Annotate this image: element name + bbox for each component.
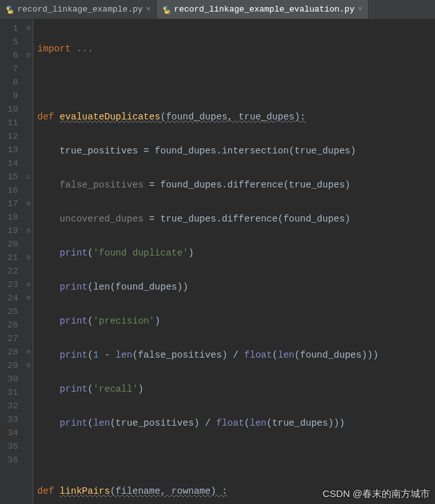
close-icon[interactable]: ×: [358, 4, 363, 14]
code-line: print(1 - len(false_positives) / float(l…: [37, 349, 435, 362]
code-line: true_positives = found_dupes.intersectio…: [37, 144, 435, 158]
watermark: CSDN @春末的南方城市: [323, 488, 430, 500]
tab-label: record_linkage_example_evaluation.py: [174, 4, 355, 14]
tab-label: record_linkage_example.py: [17, 4, 143, 14]
code-line: print(len(true_positives) / float(len(tr…: [37, 417, 435, 430]
code-line: uncovered_dupes = true_dupes.difference(…: [37, 213, 435, 226]
code-line: def evaluateDuplicates(found_dupes, true…: [37, 110, 435, 124]
python-icon: [162, 5, 171, 14]
tab-file-2[interactable]: record_linkage_example_evaluation.py ×: [157, 0, 369, 19]
fold-gutter: ⊟⊟⊔⊟⊟⊟⊟⊟⊟⊟: [24, 19, 33, 504]
code-editor[interactable]: 1567891011121314151617181920212223242526…: [0, 19, 435, 504]
code-line: print(len(found_dupes)): [37, 281, 435, 294]
code-line: [37, 451, 435, 464]
code-line: import ...: [37, 42, 435, 56]
python-icon: [5, 5, 14, 14]
code-line: [37, 76, 435, 90]
line-number-gutter: 1567891011121314151617181920212223242526…: [0, 19, 24, 504]
code-line: false_positives = found_dupes.difference…: [37, 178, 435, 192]
tab-file-1[interactable]: record_linkage_example.py ×: [0, 0, 157, 19]
code-line: print('precision'): [37, 315, 435, 328]
code-area[interactable]: import ... def evaluateDuplicates(found_…: [33, 19, 435, 504]
code-line: print('recall'): [37, 383, 435, 396]
close-icon[interactable]: ×: [146, 4, 151, 14]
code-line: print('found duplicate'): [37, 247, 435, 260]
editor-tabs: record_linkage_example.py × record_linka…: [0, 0, 435, 19]
